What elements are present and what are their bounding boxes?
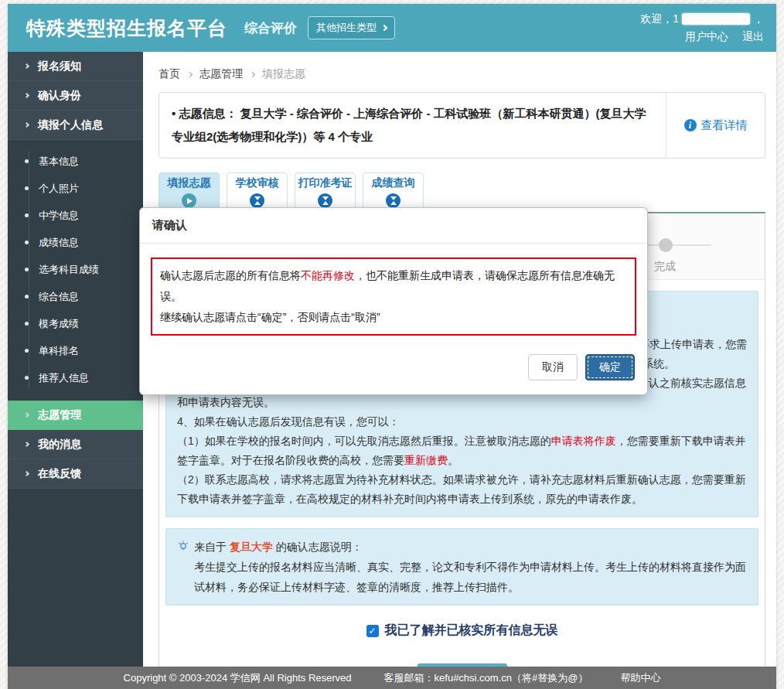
welcome-comma: ，	[753, 10, 764, 28]
sidebar-subitem-label: 单科排名	[39, 344, 79, 358]
instruction-line: （2）联系志愿高校，请求将志愿置为待补充材料状态。如果请求被允许，请补充志愿材料…	[177, 470, 747, 509]
chevron-right-icon	[24, 63, 29, 69]
cancel-button[interactable]: 取消	[528, 354, 578, 380]
university-note-box: 来自于 复旦大学 的确认志愿说明： 考生提交上传的报名材料应当清晰、真实、完整，…	[165, 528, 758, 605]
sidebar-subitem-grades[interactable]: 成绩信息	[8, 229, 143, 256]
redacted-username	[682, 13, 750, 25]
process-tabs: 填报志愿 学校审核 打印准考证 成绩查询	[159, 172, 767, 212]
view-details-label: 查看详情	[701, 118, 748, 133]
bullet-icon	[25, 376, 29, 380]
breadcrumb-home[interactable]: 首页	[159, 67, 180, 81]
volunteer-info-text: • 志愿信息： 复旦大学 - 综合评价 - 上海综合评价 - 工科试验班（新工科…	[159, 93, 666, 158]
chevron-right-icon	[24, 442, 29, 447]
chevron-right-icon	[187, 71, 193, 77]
sidebar-subitem-label: 综合信息	[39, 290, 79, 304]
chevron-right-icon	[250, 71, 255, 77]
sidebar-subitem-school-info[interactable]: 中学信息	[8, 202, 143, 229]
bullet-icon	[25, 240, 29, 244]
welcome-text: 欢迎，1	[640, 10, 679, 28]
info-icon: i	[684, 119, 697, 131]
bullet-icon	[25, 213, 29, 217]
sidebar-item-label: 报名须知	[38, 60, 81, 73]
sidebar-item-identity[interactable]: 确认身份	[8, 81, 143, 111]
hourglass-icon	[250, 193, 264, 208]
sidebar-subitem-recommender[interactable]: 推荐人信息	[8, 364, 143, 391]
lightbulb-icon	[177, 541, 189, 553]
tab-label: 学校审核	[236, 176, 279, 190]
volunteer-info-box: • 志愿信息： 复旦大学 - 综合评价 - 上海综合评价 - 工科试验班（新工科…	[159, 92, 765, 159]
sidebar-item-personal-info[interactable]: 填报个人信息	[8, 111, 143, 140]
bullet-icon	[25, 322, 29, 326]
chevron-right-icon	[381, 25, 387, 31]
top-header: 特殊类型招生报名平台 综合评价 其他招生类型 欢迎，1 ， 用户中心 退出	[8, 4, 776, 52]
sidebar-subitem-photo[interactable]: 个人照片	[8, 175, 143, 202]
sidebar-item-messages[interactable]: 我的消息	[8, 430, 143, 459]
volunteer-info-label: 志愿信息：	[179, 107, 237, 120]
instruction-line: （1）如果在学校的报名时间内，可以先取消志愿然后重报。注意被取消志愿的申请表将作…	[177, 431, 747, 470]
sidebar-subitem-basic-info[interactable]: 基本信息	[8, 148, 143, 175]
checkbox-checked-icon[interactable]: ✓	[366, 625, 379, 637]
copyright-text: Copyright © 2003-2024 学信网 All Rights Res…	[124, 671, 352, 685]
confirm-checkbox-row[interactable]: ✓ 我已了解并已核实所有信息无误	[366, 622, 558, 639]
confirm-checkbox-label: 我已了解并已核实所有信息无误	[385, 622, 558, 639]
bullet-icon	[25, 159, 29, 163]
hourglass-icon	[386, 193, 401, 208]
sidebar-item-notice[interactable]: 报名须知	[8, 52, 143, 81]
sidebar-subitem-mock-exam[interactable]: 模考成绩	[8, 310, 143, 337]
confirm-dialog: 请确认 确认志愿后志愿的所有信息将不能再修改，也不能重新生成申请表，请确保志愿所…	[139, 207, 648, 395]
bullet-icon	[25, 268, 29, 271]
sidebar-subitem-label: 选考科目成绩	[39, 263, 99, 277]
logout-link[interactable]: 退出	[742, 30, 764, 43]
university-note-body: 考生提交上传的报名材料应当清晰、真实、完整，论文和专利不得作为申请材料上传。考生…	[177, 557, 747, 597]
dialog-warning-line: 继续确认志愿请点击“确定”，否则请点击“取消”	[160, 307, 627, 328]
chevron-right-icon	[24, 412, 29, 418]
sidebar-item-label: 我的消息	[38, 438, 81, 452]
sidebar-item-label: 在线反馈	[38, 467, 81, 481]
sidebar-subitem-comprehensive[interactable]: 综合信息	[8, 283, 143, 310]
breadcrumb: 首页 志愿管理 填报志愿	[155, 63, 767, 81]
dialog-title: 请确认	[140, 208, 647, 244]
tab-school-review[interactable]: 学校审核	[227, 172, 288, 212]
tab-print-ticket[interactable]: 打印准考证	[295, 172, 356, 212]
sidebar-subitem-label: 模考成绩	[39, 317, 79, 331]
tab-fill-volunteer[interactable]: 填报志愿	[159, 172, 220, 212]
sidebar-subitem-label: 成绩信息	[39, 236, 79, 250]
sidebar-subitem-label: 推荐人信息	[39, 371, 89, 385]
sidebar-item-feedback[interactable]: 在线反馈	[8, 459, 143, 489]
sidebar-sublist: 基本信息 个人照片 中学信息 成绩信息 选考科目成绩 综合信息 模考成绩 单科排…	[8, 140, 143, 401]
sidebar-subitem-label: 中学信息	[39, 209, 79, 223]
breadcrumb-current: 填报志愿	[262, 67, 305, 81]
sidebar-subitem-subject-rank[interactable]: 单科排名	[8, 337, 143, 364]
user-center-link[interactable]: 用户中心	[685, 30, 728, 43]
chevron-right-icon	[24, 471, 29, 476]
platform-title: 特殊类型招生报名平台	[26, 15, 227, 41]
bullet-icon	[25, 349, 29, 353]
instruction-line: 4、如果在确认志愿后发现信息有误，您可以：	[177, 412, 747, 431]
help-center-link[interactable]: 帮助中心	[620, 671, 660, 685]
platform-subtitle: 综合评价	[244, 19, 297, 37]
volunteer-info-value: 复旦大学 - 综合评价 - 上海综合评价 - 工科试验班（新工科本研贯通）(复旦…	[172, 107, 646, 143]
dialog-warning-box: 确认志愿后志愿的所有信息将不能再修改，也不能重新生成申请表，请确保志愿所有信息准…	[151, 258, 636, 336]
tab-label: 成绩查询	[372, 176, 415, 190]
service-email-text: 客服邮箱：kefu#chsi.com.cn（将#替换为@）	[384, 671, 588, 685]
other-enrollment-types-button[interactable]: 其他招生类型	[308, 16, 395, 39]
breadcrumb-volunteer-management[interactable]: 志愿管理	[199, 67, 243, 81]
sidebar-subitem-subject-scores[interactable]: 选考科目成绩	[8, 256, 143, 283]
tab-label: 填报志愿	[168, 176, 211, 190]
ok-button[interactable]: 确定	[585, 354, 635, 380]
bullet-icon	[25, 186, 29, 190]
sidebar-subitem-label: 个人照片	[39, 182, 79, 196]
sidebar-item-volunteer-management[interactable]: 志愿管理	[8, 401, 143, 430]
dialog-warning-line: 确认志愿后志愿的所有信息将不能再修改，也不能重新生成申请表，请确保志愿所有信息准…	[160, 265, 627, 307]
hourglass-icon	[318, 193, 332, 208]
step-done-label: 完成	[654, 260, 676, 274]
university-note-title: 来自于 复旦大学 的确认志愿说明：	[194, 537, 363, 557]
bullet-icon: •	[172, 107, 176, 120]
sidebar-subitem-label: 基本信息	[39, 155, 79, 169]
sidebar-item-label: 填报个人信息	[38, 118, 103, 132]
bullet-icon	[25, 295, 29, 298]
page-footer: Copyright © 2003-2024 学信网 All Rights Res…	[8, 667, 776, 689]
tab-score-query[interactable]: 成绩查询	[363, 172, 424, 212]
tab-label: 打印准考证	[298, 176, 353, 190]
view-details-link[interactable]: i 查看详情	[666, 93, 765, 158]
